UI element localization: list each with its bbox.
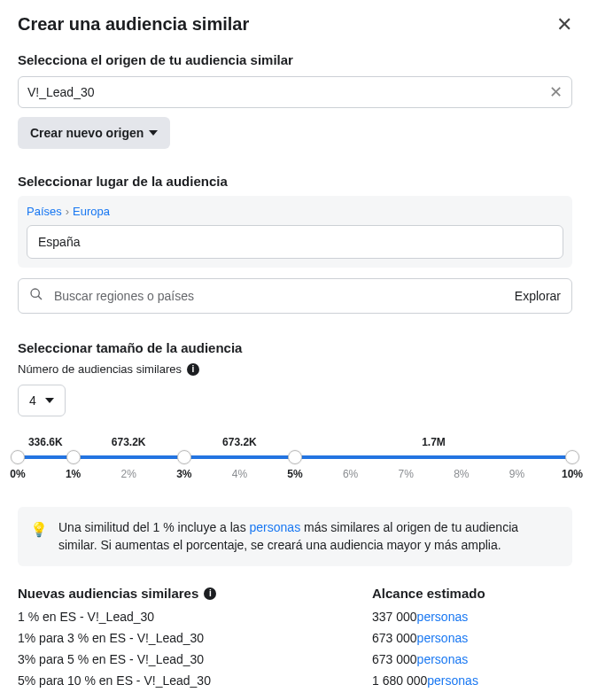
location-breadcrumb: Países›Europa — [27, 205, 563, 218]
audience-count-select[interactable]: 4 — [18, 385, 66, 416]
slider-tick: 9% — [509, 468, 524, 480]
reach-header: Alcance estimado — [372, 586, 572, 601]
dialog-title: Crear una audiencia similar — [18, 14, 249, 35]
location-chooser: Países›Europa España — [18, 196, 572, 268]
slider-tick: 8% — [454, 468, 469, 480]
slider-range-label: 673.2K — [222, 436, 257, 448]
location-search-placeholder: Buscar regiones o países — [54, 289, 515, 303]
slider-range-label: 673.2K — [112, 436, 146, 448]
svg-line-1 — [38, 296, 42, 299]
search-icon — [29, 287, 43, 305]
audiences-header: Nuevas audiencias similares — [18, 586, 198, 601]
lightbulb-icon: 💡 — [30, 520, 48, 554]
slider-handle[interactable] — [177, 450, 191, 464]
caret-down-icon — [149, 130, 158, 136]
info-icon[interactable]: i — [204, 587, 216, 600]
breadcrumb-level1[interactable]: Países — [27, 205, 62, 218]
audience-row-reach: 1 680 000personas — [372, 673, 572, 688]
source-section-label: Selecciona el origen de tu audiencia sim… — [18, 52, 572, 67]
slider-tick: 7% — [399, 468, 414, 480]
info-tip: 💡 Una similitud del 1 % incluye a las pe… — [18, 507, 572, 566]
location-section-label: Seleccionar lugar de la audiencia — [18, 174, 572, 189]
breadcrumb-level2[interactable]: Europa — [73, 205, 110, 218]
slider-tick: 5% — [287, 468, 302, 480]
close-icon[interactable]: ✕ — [556, 15, 572, 35]
tip-link[interactable]: personas — [250, 520, 301, 534]
audience-row-name: 5% para 10 % en ES - V!_Lead_30 — [18, 673, 372, 688]
explore-button[interactable]: Explorar — [515, 289, 561, 303]
info-icon[interactable]: i — [187, 363, 199, 376]
audience-row-name: 1 % en ES - V!_Lead_30 — [18, 610, 372, 624]
audience-row-name: 1% para 3 % en ES - V!_Lead_30 — [18, 631, 372, 645]
slider-handle[interactable] — [288, 450, 302, 464]
slider-handle[interactable] — [66, 450, 81, 464]
create-source-button[interactable]: Crear nuevo origen — [18, 117, 170, 149]
tip-text-pre: Una similitud del 1 % incluye a las — [58, 520, 250, 534]
slider-range-label: 336.6K — [28, 436, 63, 448]
slider-tick: 0% — [10, 468, 25, 480]
slider-handle[interactable] — [11, 450, 25, 464]
location-search-input[interactable]: Buscar regiones o países Explorar — [18, 278, 572, 314]
slider-range-label: 1.7M — [422, 436, 446, 448]
create-source-label: Crear nuevo origen — [30, 126, 144, 140]
audience-row-reach: 337 000personas — [372, 610, 572, 624]
slider-tick: 2% — [121, 468, 136, 480]
audience-count-label: Número de audiencias similares — [18, 362, 182, 376]
audience-row-reach: 673 000personas — [372, 631, 572, 645]
location-selected[interactable]: España — [27, 225, 563, 259]
slider-tick: 6% — [343, 468, 358, 480]
slider-tick: 4% — [232, 468, 247, 480]
audience-count-value: 4 — [29, 393, 36, 408]
slider-tick: 1% — [66, 468, 81, 480]
clear-source-icon[interactable]: ✕ — [549, 84, 563, 100]
slider-tick: 10% — [562, 468, 583, 480]
svg-point-0 — [31, 289, 39, 297]
source-input[interactable]: V!_Lead_30 ✕ — [18, 76, 572, 108]
source-value: V!_Lead_30 — [27, 85, 549, 99]
audience-row-name: 3% para 5 % en ES - V!_Lead_30 — [18, 652, 372, 666]
audience-row-reach: 673 000personas — [372, 652, 572, 666]
size-section-label: Seleccionar tamaño de la audiencia — [18, 340, 572, 355]
size-slider[interactable]: 336.6K673.2K673.2K1.7M 0%1%2%3%4%5%6%7%8… — [18, 436, 572, 482]
caret-down-icon — [45, 398, 54, 403]
slider-tick: 3% — [176, 468, 191, 480]
slider-handle[interactable] — [565, 450, 579, 464]
